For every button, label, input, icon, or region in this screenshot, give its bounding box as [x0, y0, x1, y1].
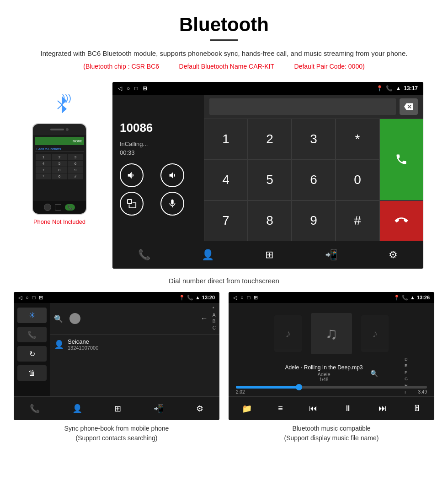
answer-call-button[interactable]	[379, 119, 423, 200]
phone-key-9: 9	[68, 167, 83, 173]
dial-bottom-bar: 📞 👤 ⊞ 📲 ⚙	[112, 241, 423, 269]
phone-keypad: 1 2 3 4 5 6 7 8 9 * 0 #	[35, 153, 84, 180]
phone-bottom-bar: 📞	[33, 201, 86, 214]
music-recent: □	[247, 295, 251, 301]
nav-contacts-icon[interactable]: 👤	[202, 249, 214, 261]
phone-graphic: ))) MORE + Add to Contacts 1 2 3 4 5	[14, 82, 105, 269]
key-hash[interactable]: #	[336, 200, 379, 241]
expand-icon: ⊞	[143, 85, 147, 92]
progress-bar[interactable]	[236, 386, 427, 389]
back-icon: ◁	[118, 85, 122, 92]
music-nav-folder[interactable]: 📁	[242, 404, 252, 414]
progress-times: 2:02 3:49	[236, 389, 427, 394]
chip-spec: (Bluetooth chip : CSR BC6	[83, 63, 159, 70]
contact-number: 13241007000	[68, 345, 98, 351]
dial-number-input[interactable]	[209, 98, 396, 115]
nav-settings-icon[interactable]: ⚙	[389, 249, 398, 261]
pb-status-right: 📍 📞 ▲ 13:20	[179, 295, 215, 301]
key-9[interactable]: 9	[292, 200, 336, 241]
music-nav-equalizer[interactable]: 🎚	[413, 404, 421, 413]
pb-delete-button[interactable]: 🗑	[17, 365, 47, 381]
music-caption-line1: Bluetooth music compatible	[230, 424, 432, 433]
pb-bottom-bar: 📞 👤 ⊞ 📲 ⚙	[14, 396, 219, 420]
phone-key-star: *	[36, 173, 51, 179]
pb-nav-settings[interactable]: ⚙	[196, 404, 203, 414]
pb-nav-dialpad[interactable]: ⊞	[114, 404, 121, 414]
phone-call-btn: 📞	[65, 204, 75, 211]
status-time: 13:17	[404, 85, 418, 92]
pb-nav-contacts[interactable]: 👤	[72, 404, 82, 414]
phone-back-btn	[44, 204, 51, 211]
transfer-button[interactable]	[120, 192, 144, 216]
dial-caption: Dial number direct from touchscreen	[0, 273, 448, 292]
pb-bt-button[interactable]: ✳	[17, 308, 47, 323]
volume-up-button[interactable]	[120, 163, 144, 187]
pb-nav-transfer[interactable]: 📲	[154, 404, 164, 414]
bt-icon-sidebar: ✳	[29, 310, 36, 320]
pb-search-icon: 🔍	[54, 314, 63, 323]
call-timer: 00:33	[120, 149, 197, 156]
end-call-button[interactable]	[379, 200, 423, 241]
nav-transfer-icon[interactable]: 📲	[325, 249, 337, 261]
key-3[interactable]: 3	[292, 119, 336, 159]
key-0[interactable]: 0	[336, 159, 379, 200]
music-note-left-icon: ♪	[285, 327, 291, 340]
music-screen: ◁ ○ □ ⊞ 📍 📞 ▲ 13:26 ♪	[229, 292, 434, 420]
pb-call-button[interactable]: 📞	[17, 327, 47, 342]
key-1[interactable]: 1	[204, 119, 248, 159]
key-6[interactable]: 6	[292, 159, 336, 200]
microphone-button[interactable]	[160, 192, 184, 216]
pb-caption-line2: (Support contacts searching)	[16, 433, 218, 443]
pb-content: ✳ 📞 ↻ 🗑 🔍 ←	[14, 303, 219, 396]
alpha-star: *	[213, 306, 216, 312]
pb-caption-line1: Sync phone-book from mobile phone	[16, 424, 218, 433]
pb-sync-button[interactable]: ↻	[17, 346, 47, 362]
phone-add-contact: + Add to Contacts	[35, 146, 84, 152]
nav-dialpad-icon[interactable]: ⊞	[265, 249, 273, 261]
music-nav-list[interactable]: ≡	[278, 404, 283, 413]
pb-home: ○	[26, 295, 29, 301]
phone-key-hash: #	[68, 173, 83, 179]
key-8[interactable]: 8	[248, 200, 292, 241]
music-nav-play[interactable]: ⏸	[344, 404, 352, 413]
volume-down-button[interactable]	[160, 163, 184, 187]
phone-speaker	[50, 129, 64, 130]
music-status-bar: ◁ ○ □ ⊞ 📍 📞 ▲ 13:26	[229, 292, 434, 303]
phone-key-3: 3	[68, 154, 83, 160]
music-search-icon[interactable]: 🔍	[370, 370, 378, 377]
pb-nav-call[interactable]: 📞	[30, 404, 40, 414]
music-nav-next[interactable]: ⏭	[379, 404, 387, 413]
music-info-row: Adele - Rolling In the Deep.mp3 Adele 1/…	[236, 364, 427, 382]
key-4[interactable]: 4	[204, 159, 248, 200]
key-5[interactable]: 5	[248, 159, 292, 200]
status-right: 📍 📞 ▲ 13:17	[376, 85, 418, 92]
album-art-left: ♪	[274, 315, 302, 352]
dial-content: 10086 InCalling... 00:33	[112, 95, 423, 241]
pb-caption: Sync phone-book from mobile phone (Suppo…	[14, 420, 219, 443]
key-2[interactable]: 2	[248, 119, 292, 159]
call-controls	[120, 163, 197, 216]
phone-not-included-label: Phone Not Included	[33, 218, 85, 225]
dial-right-panel: 1 2 3 * 4 5 6 0 7 8 9 #	[204, 95, 423, 241]
music-title: Adele - Rolling In the Deep.mp3	[285, 364, 363, 371]
music-bottom-bar: 📁 ≡ ⏮ ⏸ ⏭ 🎚	[229, 396, 434, 420]
music-info: Adele - Rolling In the Deep.mp3 Adele 1/…	[229, 364, 434, 384]
phone-screen: MORE + Add to Contacts 1 2 3 4 5 6 7 8 9…	[33, 135, 86, 201]
music-caption-line2: (Support display music file name)	[230, 433, 432, 443]
call-status-icon: 📞	[386, 85, 393, 92]
keypad-grid: 1 2 3 * 4 5 6 0 7 8 9 #	[204, 119, 423, 241]
pb-location-icon: 📍	[179, 295, 185, 301]
phone-key-4: 4	[36, 161, 51, 167]
code-spec: Default Pair Code: 0000)	[294, 63, 365, 70]
phonebook-screen: ◁ ○ □ ⊞ 📍 📞 ▲ 13:20 ✳	[14, 292, 219, 420]
key-7[interactable]: 7	[204, 200, 248, 241]
music-nav-prev[interactable]: ⏮	[309, 404, 317, 413]
nav-call-icon[interactable]: 📞	[138, 249, 150, 261]
svg-rect-0	[128, 199, 132, 203]
album-art-right: ♪	[361, 315, 389, 352]
backspace-button[interactable]	[400, 98, 418, 115]
dial-status-bar: ◁ ○ □ ⊞ 📍 📞 ▲ 13:17	[112, 82, 423, 95]
pb-main: 🔍 ← * A B C 👤 Seicane	[50, 303, 219, 396]
key-star[interactable]: *	[336, 119, 379, 159]
status-left: ◁ ○ □ ⊞	[118, 85, 147, 92]
